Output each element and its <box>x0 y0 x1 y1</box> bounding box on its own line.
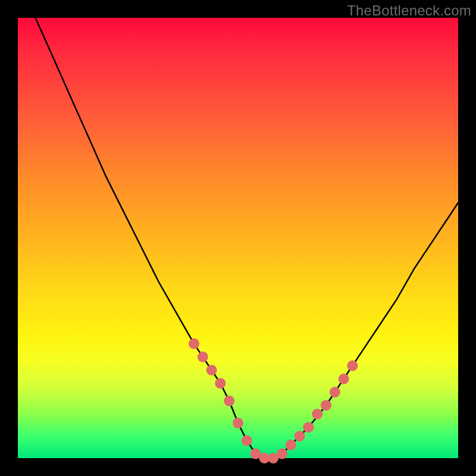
curve-dot <box>215 378 226 389</box>
curve-dot <box>277 449 287 459</box>
curve-dot <box>224 396 234 406</box>
curve-dot <box>295 431 305 441</box>
watermark-text: TheBottleneck.com <box>347 2 471 19</box>
bottleneck-curve <box>36 18 458 458</box>
chart-frame: TheBottleneck.com <box>0 0 476 476</box>
curve-dot <box>303 422 314 433</box>
plot-area <box>18 18 458 458</box>
curve-dot <box>339 374 349 384</box>
curve-dot <box>330 387 340 397</box>
curve-markers <box>189 339 358 464</box>
curve-dot <box>233 418 243 428</box>
curve-dot <box>189 339 199 349</box>
curve-dot <box>312 409 322 419</box>
bottleneck-curve-path <box>36 18 458 458</box>
curve-dot <box>347 361 358 371</box>
curve-layer <box>18 18 458 458</box>
curve-dot <box>198 352 208 362</box>
curve-dot <box>321 400 331 411</box>
curve-dot <box>286 440 296 450</box>
curve-dot <box>242 435 252 446</box>
curve-dot <box>206 365 217 375</box>
